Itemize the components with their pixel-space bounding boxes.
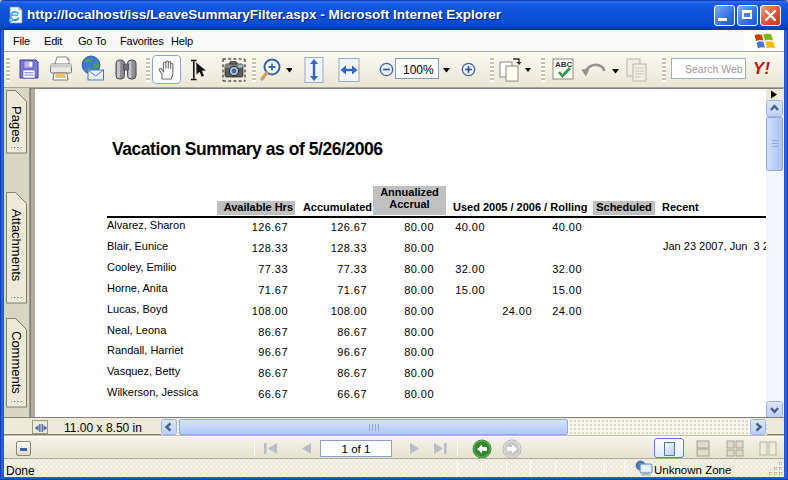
svg-text:ABC: ABC — [555, 60, 573, 69]
